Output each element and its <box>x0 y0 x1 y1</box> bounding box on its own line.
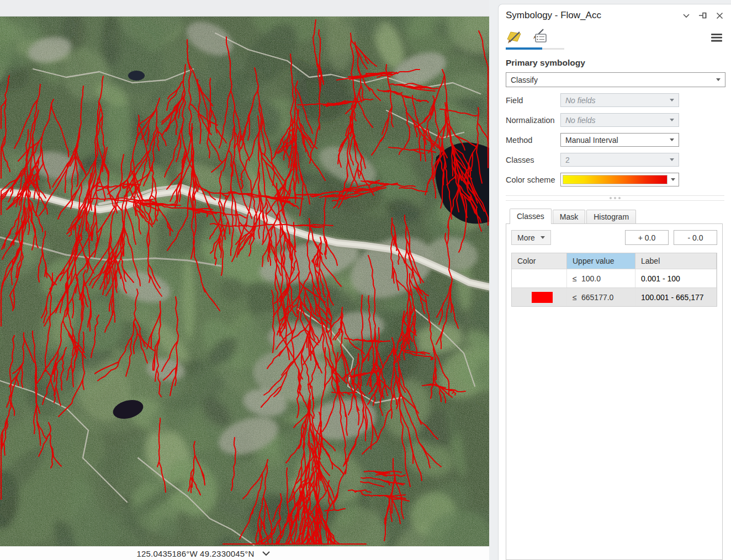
color-ramp-swatch <box>563 175 668 184</box>
class-1-color-swatch[interactable] <box>532 273 553 284</box>
dropdown-arrow-icon <box>671 178 675 181</box>
class-row-1[interactable]: ≤ 100.0 0.001 - 100 <box>512 269 717 287</box>
classes-dropdown: 2 <box>560 153 679 167</box>
dropdown-arrow-icon <box>670 119 674 121</box>
dropdown-arrow-icon <box>670 158 674 161</box>
classes-tab-content: More + 0.0 - 0.0 Color Upper value Label <box>506 223 723 560</box>
field-label: Field <box>506 96 560 105</box>
tab-classes[interactable]: Classes <box>510 209 552 223</box>
vary-symbology-icon[interactable] <box>530 29 554 44</box>
normalization-dropdown: No fields <box>560 113 679 127</box>
class-2-label-cell[interactable]: 100.001 - 665,177 <box>635 288 717 306</box>
color-scheme-label: Color scheme <box>506 175 560 184</box>
class-2-upper-value-cell[interactable]: ≤ 665177.0 <box>567 288 635 306</box>
dropdown-arrow-icon <box>670 99 674 102</box>
map-view: 125.0435186°W 49.2330045°N <box>0 0 489 560</box>
map-status-bar: 125.0435186°W 49.2330045°N <box>0 546 489 560</box>
class-row-2[interactable]: ≤ 665177.0 100.001 - 665,177 <box>512 287 717 306</box>
color-scheme-dropdown[interactable] <box>560 173 679 186</box>
classes-table: Color Upper value Label ≤ 100.0 0.001 - … <box>511 253 717 307</box>
pin-icon[interactable] <box>698 11 708 20</box>
field-dropdown: No fields <box>560 93 679 107</box>
tab-histogram[interactable]: Histogram <box>586 210 636 223</box>
hamburger-menu-icon[interactable] <box>711 34 722 44</box>
classes-toolbar: More + 0.0 - 0.0 <box>506 224 722 250</box>
dock-area: Symbology - Flow_Acc <box>489 0 731 560</box>
primary-symbology-heading: Primary symbology <box>506 58 725 68</box>
class-1-upper-value-cell[interactable]: ≤ 100.0 <box>567 269 635 287</box>
panel-header: Symbology - Flow_Acc <box>506 10 725 21</box>
tab-mask[interactable]: Mask <box>553 210 585 223</box>
method-dropdown[interactable]: Manual Interval <box>560 133 679 147</box>
active-view-indicator <box>506 47 725 50</box>
column-header-upper-value[interactable]: Upper value <box>567 253 635 269</box>
renderer-dropdown[interactable]: Classify <box>506 72 725 87</box>
coordinates-chevron-icon[interactable] <box>262 551 270 556</box>
panel-title: Symbology - Flow_Acc <box>506 10 682 21</box>
normalization-label: Normalization <box>506 116 560 125</box>
map-top-toolbar <box>0 0 489 17</box>
table-header-row: Color Upper value Label <box>512 253 717 269</box>
class-2-color-swatch[interactable] <box>532 292 553 303</box>
class-1-color-cell[interactable] <box>512 269 567 287</box>
dropdown-arrow-icon <box>670 138 674 141</box>
chevron-down-icon[interactable] <box>682 13 690 19</box>
renderer-value: Classify <box>511 76 538 84</box>
coordinates-readout: 125.0435186°W 49.2330045°N <box>136 549 254 558</box>
dropdown-arrow-icon <box>541 236 545 239</box>
classification-tabs: Classes Mask Histogram <box>506 209 725 223</box>
more-button[interactable]: More <box>511 230 551 245</box>
close-icon[interactable] <box>716 12 723 19</box>
classes-label: Classes <box>506 156 560 164</box>
class-2-color-cell[interactable] <box>512 288 567 306</box>
arcgis-window: 125.0435186°W 49.2330045°N Symbology - F… <box>0 0 731 560</box>
method-label: Method <box>506 136 560 145</box>
symbology-view-tabs <box>506 29 725 44</box>
dropdown-arrow-icon <box>716 78 721 81</box>
class-1-label-cell[interactable]: 0.001 - 100 <box>635 269 717 287</box>
satellite-map[interactable] <box>0 17 489 546</box>
increase-values-button[interactable]: + 0.0 <box>625 230 669 245</box>
map-canvas[interactable] <box>0 17 489 546</box>
panel-splitter[interactable] <box>506 195 724 201</box>
decrease-values-button[interactable]: - 0.0 <box>674 230 717 245</box>
primary-symbology-icon[interactable] <box>506 29 530 44</box>
column-header-label[interactable]: Label <box>635 253 717 269</box>
symbology-panel: Symbology - Flow_Acc <box>498 4 731 560</box>
column-header-color[interactable]: Color <box>512 253 567 269</box>
